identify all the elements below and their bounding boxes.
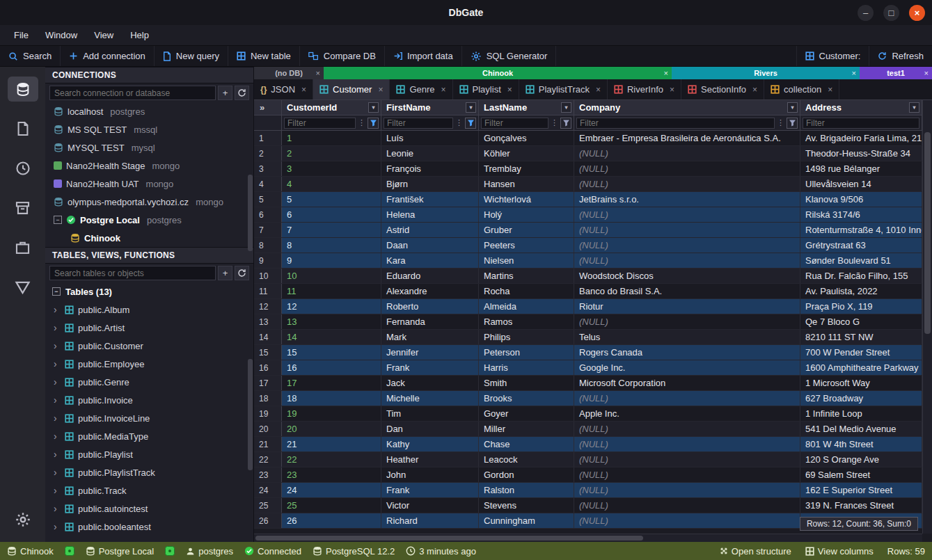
grid-cell[interactable]: Alexandre [381,284,479,298]
grid-cell[interactable]: Kathy [381,437,479,451]
close-icon[interactable]: × [316,69,320,77]
grid-cell[interactable]: Rocha [479,284,574,298]
grid-cell[interactable]: (NULL) [574,177,800,191]
tab-group-nodb[interactable]: (no DB)× [254,67,324,79]
status-item-postgresql-12-2[interactable]: PostgreSQL 12.2 [313,546,395,557]
sidebar-table-item[interactable]: ›public.booleantest [45,518,253,536]
close-icon[interactable]: × [378,85,383,95]
sidebar-table-item[interactable]: ›public.Track [45,481,253,499]
grid-cell[interactable]: 19 [282,406,381,421]
connection-item[interactable]: MS SQL TESTmssql [45,120,253,138]
tab-group-test1[interactable]: test1× [860,67,932,79]
row-number[interactable]: 9 [254,253,282,268]
grid-cell[interactable]: Apple Inc. [574,406,800,421]
grid-cell[interactable]: 541 Del Medio Avenue [800,422,922,436]
grid-cell[interactable]: Qe 7 Bloco G [800,314,922,329]
grid-cell[interactable]: Rilská 3174/6 [800,207,922,222]
grid-cell[interactable]: 17 [282,376,381,390]
grid-cell[interactable]: Peterson [479,345,574,360]
close-icon[interactable]: × [664,69,668,77]
filter-menu-icon[interactable]: ⋮ [550,118,559,127]
row-number[interactable]: 20 [254,422,282,436]
close-icon[interactable]: × [301,85,306,95]
close-icon[interactable]: × [507,85,512,95]
refresh-objects-button[interactable] [235,266,249,280]
funnel-icon[interactable] [560,118,571,129]
table-row[interactable]: 11LuísGonçalvesEmbraer - Empresa Brasile… [254,131,922,146]
grid-cell[interactable]: Ralston [479,483,574,497]
chevron-right-icon[interactable]: › [54,521,61,532]
close-icon[interactable]: × [441,85,446,95]
table-row[interactable]: 55FrantišekWichterlováJetBrains s.r.o.Kl… [254,192,922,207]
grid-cell[interactable]: 20 [282,422,381,436]
grid-cell[interactable]: 11 [282,284,381,298]
grid-cell[interactable]: 120 S Orange Ave [800,452,922,467]
table-row[interactable]: 88DaanPeeters(NULL)Grétrystraat 63 [254,238,922,253]
grid-cell[interactable]: Helena [381,207,479,222]
grid-cell[interactable]: Praça Pio X, 119 [800,299,922,314]
connection-item[interactable]: Nano2Health Stagemongo [45,157,253,175]
grid-cell[interactable]: Jack [381,376,479,390]
grid-cell[interactable]: Brooks [479,391,574,406]
table-row[interactable]: 2222HeatherLeacock(NULL)120 S Orange Ave [254,452,922,467]
row-number[interactable]: 26 [254,513,282,528]
grid-cell[interactable]: Gonçalves [479,131,574,145]
grid-cell[interactable]: Av. Paulista, 2022 [800,284,922,298]
horizontal-scrollbar-thumb[interactable] [255,536,643,541]
grid-cell[interactable]: (NULL) [574,498,800,513]
toolbar-button-import-data[interactable]: Import data [385,46,462,66]
tab-collection[interactable]: collection× [764,79,839,99]
grid-cell[interactable]: Telus [574,330,800,344]
grid-cell[interactable]: Cunningham [479,513,574,528]
chevron-right-icon[interactable]: › [54,340,61,351]
connection-item[interactable]: Chinook [45,229,253,247]
grid-cell[interactable]: (NULL) [574,513,800,528]
grid-cell[interactable]: Embraer - Empresa Brasileira de Aeronáut… [574,131,800,145]
filter-menu-icon[interactable]: ⋮ [357,118,366,127]
row-number[interactable]: 6 [254,207,282,222]
grid-cell[interactable]: Harris [479,360,574,375]
menu-window[interactable]: Window [38,27,84,43]
grid-cell[interactable]: 25 [282,498,381,513]
grid-cell[interactable]: Luís [381,131,479,145]
grid-cell[interactable]: 2 [282,146,381,161]
toolbar-button-add-connection[interactable]: Add connection [61,46,155,66]
grid-cell[interactable]: 23 [282,467,381,482]
sidebar-scrollbar[interactable] [248,359,253,470]
close-icon[interactable]: × [670,85,674,95]
chevron-right-icon[interactable]: › [54,431,61,442]
toolbar-button-compare-db[interactable]: Compare DB [300,46,385,66]
table-row[interactable]: 1111AlexandreRochaBanco do Brasil S.A.Av… [254,284,922,299]
chevron-right-icon[interactable]: › [54,394,61,406]
filter-input-lastname[interactable] [481,118,548,129]
grid-cell[interactable]: 9 [282,253,381,268]
table-row[interactable]: 77AstridGruber(NULL)Rotenturmstraße 4, 1… [254,223,922,238]
tab-riverinfo[interactable]: RiverInfo× [608,79,681,99]
table-row[interactable]: 1616FrankHarrisGoogle Inc.1600 Amphithea… [254,360,922,376]
table-row[interactable]: 2121KathyChase(NULL)801 W 4th Street [254,437,922,452]
grid-cell[interactable]: Köhler [479,146,574,161]
close-icon[interactable]: × [596,85,601,95]
filter-menu-icon[interactable]: ⋮ [455,118,464,127]
connection-item[interactable]: MYSQL TESTmysql [45,138,253,157]
grid-cell[interactable]: 1 Infinite Loop [800,406,922,421]
table-row[interactable]: 1414MarkPhilipsTelus8210 111 ST NW [254,330,922,345]
grid-cell[interactable]: 5 [282,192,381,207]
grid-cell[interactable]: Holý [479,207,574,222]
grid-cell[interactable]: Frank [381,483,479,497]
grid-cell[interactable]: Google Inc. [574,360,800,375]
row-number[interactable]: 14 [254,330,282,344]
sidebar-table-item[interactable]: ›public.Customer [45,337,253,355]
sidebar-table-item[interactable]: ›public.Invoice [45,391,253,409]
refresh-connections-button[interactable] [235,86,249,100]
grid-cell[interactable]: Almeida [479,299,574,314]
table-row[interactable]: 1919TimGoyerApple Inc.1 Infinite Loop [254,406,922,422]
close-icon[interactable]: × [924,69,929,77]
grid-cell[interactable]: 627 Broadway [800,391,922,406]
status-item-postgre-local[interactable]: Postgre Local [86,546,155,557]
status-item-rows--59[interactable]: Rows: 59 [887,546,925,557]
table-row[interactable]: 1212RobertoAlmeidaRioturPraça Pio X, 119 [254,299,922,314]
grid-cell[interactable]: Martins [479,269,574,283]
sidebar-table-item[interactable]: ›public.Artist [45,319,253,337]
connection-item[interactable]: localhostpostgres [45,102,253,120]
